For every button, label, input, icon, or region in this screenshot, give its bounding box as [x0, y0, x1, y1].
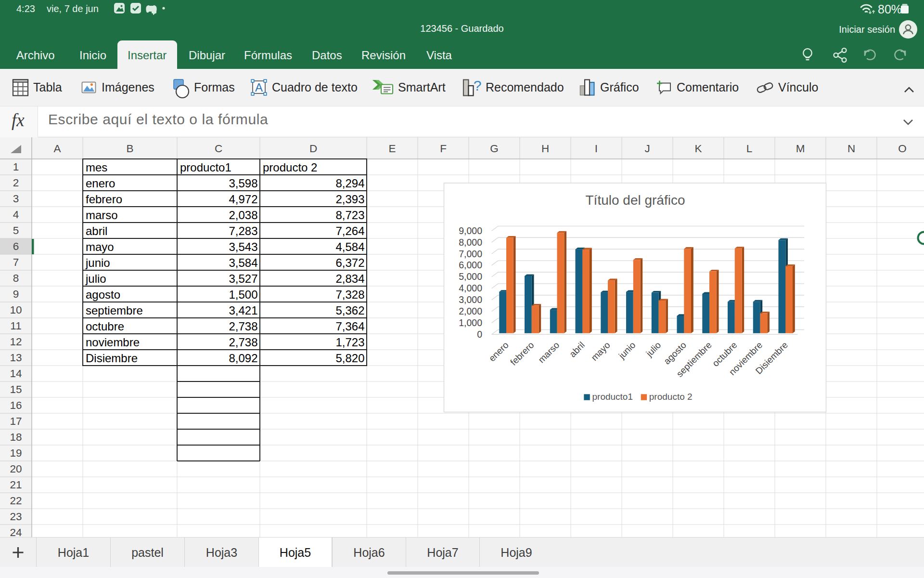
svg-text:5,362: 5,362 [335, 304, 364, 317]
svg-text:mayo: mayo [86, 240, 114, 253]
svg-text:K: K [694, 143, 702, 155]
svg-text:3,598: 3,598 [229, 177, 257, 190]
svg-text:8,000: 8,000 [459, 237, 482, 248]
svg-text:24: 24 [10, 526, 22, 537]
svg-text:septiembre: septiembre [86, 304, 143, 317]
svg-text:8,294: 8,294 [335, 177, 364, 190]
svg-text:8,723: 8,723 [335, 209, 364, 222]
svg-text:6: 6 [13, 240, 19, 252]
svg-text:10: 10 [10, 304, 22, 316]
svg-text:14: 14 [10, 368, 22, 380]
svg-text:7,283: 7,283 [229, 224, 257, 237]
svg-text:5,000: 5,000 [459, 271, 482, 282]
svg-text:3,543: 3,543 [229, 240, 257, 253]
svg-text:6,000: 6,000 [459, 260, 482, 270]
svg-text:producto1: producto1 [592, 392, 633, 402]
svg-text:0: 0 [477, 329, 482, 340]
svg-text:3,584: 3,584 [229, 256, 257, 269]
svg-text:N: N [847, 143, 855, 155]
svg-text:octubre: octubre [86, 320, 124, 333]
svg-text:producto 2: producto 2 [649, 392, 693, 402]
svg-text:21: 21 [10, 479, 22, 491]
svg-text:7,264: 7,264 [335, 224, 364, 237]
svg-text:abril: abril [86, 224, 107, 237]
svg-text:C: C [215, 143, 222, 155]
svg-text:19: 19 [10, 447, 22, 459]
svg-text:18: 18 [10, 431, 22, 443]
svg-text:2,393: 2,393 [335, 193, 364, 206]
svg-text:1: 1 [13, 161, 19, 173]
svg-text:17: 17 [10, 415, 22, 427]
svg-text:producto1: producto1 [180, 161, 231, 174]
svg-text:2,738: 2,738 [229, 320, 257, 333]
svg-text:7,328: 7,328 [335, 288, 364, 301]
svg-text:J: J [644, 143, 650, 155]
svg-text:noviembre: noviembre [86, 336, 140, 349]
svg-text:3,421: 3,421 [229, 304, 257, 317]
svg-text:3,527: 3,527 [229, 272, 257, 285]
svg-text:A: A [255, 81, 263, 94]
svg-text:22: 22 [10, 495, 22, 507]
svg-text:2,038: 2,038 [229, 209, 257, 222]
svg-text:9,000: 9,000 [459, 225, 482, 236]
svg-text:?: ? [474, 79, 481, 93]
svg-text:4: 4 [13, 209, 19, 221]
svg-text:23: 23 [10, 511, 22, 523]
svg-text:4,584: 4,584 [335, 240, 364, 253]
svg-text:M: M [796, 143, 805, 155]
svg-text:febrero: febrero [86, 193, 122, 206]
svg-text:11: 11 [10, 320, 21, 332]
svg-text:producto 2: producto 2 [263, 161, 317, 174]
svg-text:E: E [388, 143, 396, 155]
svg-text:3,000: 3,000 [459, 294, 482, 305]
svg-text:5: 5 [13, 224, 19, 236]
svg-text:2,738: 2,738 [229, 336, 257, 349]
svg-text:L: L [746, 143, 753, 155]
svg-text:1,000: 1,000 [459, 317, 482, 328]
svg-text:O: O [898, 143, 907, 155]
svg-text:4,972: 4,972 [229, 193, 257, 206]
svg-text:7,364: 7,364 [335, 320, 364, 333]
svg-text:8: 8 [13, 272, 19, 284]
svg-text:F: F [440, 143, 447, 155]
svg-text:G: G [490, 143, 499, 155]
svg-text:2: 2 [13, 177, 19, 189]
svg-text:marso: marso [86, 209, 118, 222]
svg-text:5,820: 5,820 [335, 352, 364, 365]
svg-text:A: A [53, 143, 61, 155]
svg-text:4,000: 4,000 [459, 283, 482, 293]
svg-text:agosto: agosto [86, 288, 120, 301]
svg-text:Título del gráfico: Título del gráfico [586, 193, 685, 208]
svg-text:20: 20 [10, 463, 22, 475]
svg-text:junio: junio [85, 256, 110, 269]
svg-text:9: 9 [13, 288, 19, 300]
svg-text:3: 3 [13, 193, 19, 205]
svg-text:7,000: 7,000 [459, 249, 482, 259]
svg-text:16: 16 [10, 399, 22, 411]
svg-text:13: 13 [10, 352, 22, 364]
svg-text:12: 12 [10, 336, 22, 348]
svg-text:2,834: 2,834 [335, 272, 364, 285]
svg-text:I: I [595, 143, 598, 155]
svg-text:H: H [541, 143, 549, 155]
svg-text:7: 7 [13, 256, 19, 268]
svg-text:6,372: 6,372 [335, 256, 364, 269]
svg-text:enero: enero [86, 177, 115, 190]
svg-text:Disiembre: Disiembre [86, 352, 138, 365]
svg-text:1,500: 1,500 [229, 288, 257, 301]
svg-text:1,723: 1,723 [335, 336, 364, 349]
svg-text:mes: mes [86, 161, 107, 174]
svg-text:8,092: 8,092 [229, 352, 257, 365]
svg-text:2,000: 2,000 [459, 306, 482, 316]
svg-text:julio: julio [85, 272, 106, 285]
svg-text:D: D [309, 143, 317, 155]
svg-text:15: 15 [10, 383, 22, 395]
svg-text:B: B [126, 143, 133, 155]
